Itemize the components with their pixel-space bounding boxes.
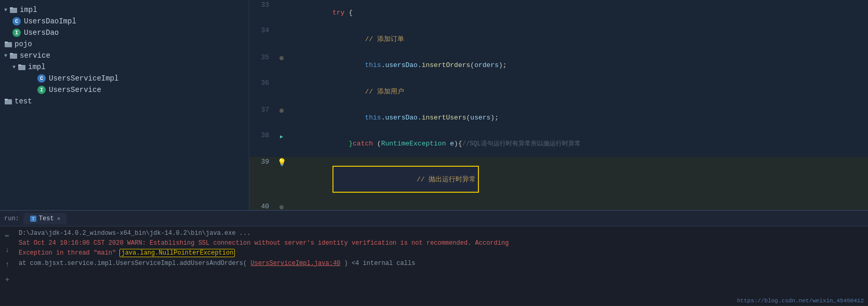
line-number: 40 [249, 202, 275, 210]
line-number: 35 [249, 52, 275, 78]
log-line-3: Exception in thread "main" java.lang.Nul… [19, 248, 864, 258]
test-tab-label: Test [39, 215, 54, 222]
code-content: }catch (RuntimeException e){//SQL语句运行时有异… [288, 130, 868, 157]
class-badge-c: C [12, 17, 21, 25]
log-text-1: D:\Java\jdk-14.0.2_windows-x64_bin\jdk-1… [19, 230, 250, 237]
sidebar-item-usersdaoimpl-label: UsersDaoImpl [24, 17, 76, 25]
bottom-left-icons: ✏ ↓ ↑ ＋ [0, 227, 15, 306]
gutter [275, 0, 288, 25]
code-content: // 抛出运行时异常 [288, 157, 868, 202]
test-tab[interactable]: T Test ✕ [23, 213, 66, 224]
log-line-4: at com.bjsxt.service.impl.UsersServiceIm… [19, 259, 864, 269]
log-line-1: D:\Java\jdk-14.0.2_windows-x64_bin\jdk-1… [19, 229, 864, 238]
execution-arrow: ▶ [280, 134, 283, 140]
svg-text:T: T [32, 217, 34, 221]
log-suffix-4: ) <4 internal calls [344, 260, 416, 267]
svg-rect-1 [10, 7, 13, 9]
gutter: ▶ [275, 130, 288, 157]
main-area: ▼ impl C UsersDaoImpl I UsersDao pojo [0, 0, 868, 210]
class-badge-c2: C [37, 74, 46, 83]
plus-icon[interactable]: ＋ [4, 275, 11, 284]
sidebar-item-test-label: test [15, 97, 32, 105]
gutter [275, 202, 288, 210]
sidebar-item-impl[interactable]: ▼ impl [0, 4, 249, 16]
bulb-icon: 💡 [277, 158, 286, 167]
gutter: 💡 [275, 157, 288, 202]
line-number: 36 [249, 78, 275, 105]
folder-icon-test [4, 97, 12, 105]
exception-highlight: java.lang.NullPointerException [119, 249, 235, 257]
code-line-38: 38 ▶ }catch (RuntimeException e){//SQL语句… [249, 130, 868, 157]
code-line-40: 40 throw new NullPointerException(); [249, 202, 868, 210]
folder-icon-pojo [4, 40, 12, 48]
bottom-tabs: run: T Test ✕ [0, 211, 868, 227]
test-tab-icon: T [30, 215, 37, 222]
sidebar-item-usersserviceimpl[interactable]: C UsersServiceImpl [0, 73, 249, 84]
log-line-2: Sat Oct 24 10:16:06 CST 2020 WARN: Estab… [19, 238, 864, 248]
code-content: // 添加订单 [288, 25, 868, 52]
svg-rect-9 [5, 99, 8, 100]
svg-rect-3 [5, 42, 8, 43]
bottom-panel: run: T Test ✕ ✏ ↓ ↑ ＋ D:\Java\jdk-14.0.2… [0, 210, 868, 306]
code-content: this.usersDao.insertUsers(users); [288, 105, 868, 130]
code-line-33: 33 try { [249, 0, 868, 25]
code-line-37: 37 this.usersDao.insertUsers(users); [249, 105, 868, 130]
csdn-url[interactable]: https://blog.csdn.net/weixin_45450412 [737, 298, 864, 304]
line-number: 37 [249, 105, 275, 130]
arrow-impl2-icon: ▼ [12, 64, 16, 70]
gutter [275, 25, 288, 52]
tab-close-button[interactable]: ✕ [57, 215, 61, 222]
sidebar-item-usersdao-label: UsersDao [24, 29, 59, 37]
line-number: 33 [249, 0, 275, 25]
interface-badge-i2: I [37, 86, 46, 94]
breakpoint-dot-40 [279, 205, 284, 209]
line-number: 38 [249, 130, 275, 157]
sidebar-item-usersdao[interactable]: I UsersDao [0, 27, 249, 38]
folder-icon [9, 6, 18, 14]
svg-rect-7 [18, 64, 21, 66]
sidebar-item-test[interactable]: test [0, 96, 249, 107]
sidebar: ▼ impl C UsersDaoImpl I UsersDao pojo [0, 0, 249, 210]
log-prefix-4: at com.bjsxt.service.impl.UsersServiceIm… [19, 260, 247, 267]
arrow-down-icon[interactable]: ↓ [5, 246, 9, 254]
code-editor: 33 try { 34 // 添加订单 35 [249, 0, 868, 210]
highlighted-block: // 抛出运行时异常 [332, 166, 479, 193]
code-content: // 添加用户 [288, 78, 868, 105]
code-content: try { [288, 0, 868, 25]
sidebar-item-usersservice-label: UsersService [49, 86, 101, 94]
code-line-35: 35 this.usersDao.insertOrders(orders); [249, 52, 868, 78]
arrow-service-icon: ▼ [4, 53, 7, 59]
bottom-content: ✏ ↓ ↑ ＋ D:\Java\jdk-14.0.2_windows-x64_b… [0, 227, 868, 306]
sidebar-item-impl2[interactable]: ▼ impl [0, 61, 249, 73]
interface-badge-i: I [12, 29, 21, 37]
arrow-icon: ▼ [4, 7, 7, 13]
sidebar-item-pojo-label: pojo [15, 40, 32, 48]
arrow-up-icon[interactable]: ↑ [5, 260, 9, 269]
sidebar-item-usersdaoimpl[interactable]: C UsersDaoImpl [0, 16, 249, 27]
breakpoint-dot-37 [279, 109, 284, 113]
svg-rect-5 [10, 53, 13, 55]
code-content: throw new NullPointerException(); [288, 202, 868, 210]
log-text-2: Sat Oct 24 10:16:06 CST 2020 WARN: Estab… [19, 240, 509, 247]
folder-icon-impl2 [18, 63, 26, 71]
code-content: this.usersDao.insertOrders(orders); [288, 52, 868, 78]
run-label: run: [4, 215, 19, 222]
gutter [275, 105, 288, 130]
sidebar-item-impl2-label: impl [28, 63, 46, 71]
code-line-39: 39 💡 // 抛出运行时异常 [249, 157, 868, 202]
breakpoint-dot [279, 56, 284, 60]
sidebar-item-impl-label: impl [20, 6, 37, 14]
line-number: 39 [249, 157, 275, 202]
line-number: 34 [249, 25, 275, 52]
console-log: D:\Java\jdk-14.0.2_windows-x64_bin\jdk-1… [15, 227, 868, 306]
gutter [275, 52, 288, 78]
gutter [275, 78, 288, 105]
stack-trace-link[interactable]: UsersServiceImpl.java:40 [250, 260, 340, 267]
log-prefix-3: Exception in thread "main" [19, 249, 119, 257]
sidebar-item-usersservice[interactable]: I UsersService [0, 84, 249, 96]
sidebar-item-pojo[interactable]: pojo [0, 38, 249, 50]
pencil-icon[interactable]: ✏ [5, 231, 9, 240]
sidebar-item-service[interactable]: ▼ service [0, 50, 249, 61]
sidebar-item-usersserviceimpl-label: UsersServiceImpl [49, 74, 118, 83]
code-line-36: 36 // 添加用户 [249, 78, 868, 105]
